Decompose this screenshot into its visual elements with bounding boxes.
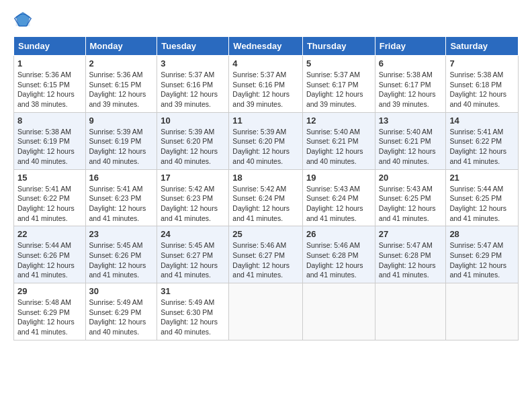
calendar-cell: 11Sunrise: 5:39 AMSunset: 6:20 PMDayligh…	[229, 112, 303, 169]
logo	[13, 11, 35, 30]
header	[13, 11, 519, 30]
day-info: Sunrise: 5:49 AMSunset: 6:29 PMDaylight:…	[89, 298, 146, 336]
day-info: Sunrise: 5:42 AMSunset: 6:23 PMDaylight:…	[161, 185, 218, 222]
day-number: 12	[306, 116, 371, 126]
day-info: Sunrise: 5:38 AMSunset: 6:19 PMDaylight:…	[17, 128, 75, 165]
day-number: 22	[17, 229, 82, 239]
day-number: 31	[161, 286, 225, 296]
calendar-cell: 25Sunrise: 5:46 AMSunset: 6:27 PMDayligh…	[229, 226, 303, 283]
calendar-cell: 28Sunrise: 5:47 AMSunset: 6:29 PMDayligh…	[446, 226, 519, 283]
day-info: Sunrise: 5:49 AMSunset: 6:30 PMDaylight:…	[161, 298, 218, 336]
day-info: Sunrise: 5:47 AMSunset: 6:28 PMDaylight:…	[379, 241, 436, 279]
calendar-cell: 14Sunrise: 5:41 AMSunset: 6:22 PMDayligh…	[446, 112, 519, 169]
calendar-cell	[302, 283, 375, 340]
calendar-cell: 24Sunrise: 5:45 AMSunset: 6:27 PMDayligh…	[157, 226, 229, 283]
day-info: Sunrise: 5:39 AMSunset: 6:20 PMDaylight:…	[232, 128, 290, 165]
calendar-cell: 17Sunrise: 5:42 AMSunset: 6:23 PMDayligh…	[157, 169, 229, 226]
day-number: 27	[379, 229, 443, 239]
day-info: Sunrise: 5:45 AMSunset: 6:27 PMDaylight:…	[161, 241, 218, 279]
weekday-header-saturday: Saturday	[446, 37, 519, 56]
day-info: Sunrise: 5:38 AMSunset: 6:17 PMDaylight:…	[379, 71, 436, 108]
day-info: Sunrise: 5:43 AMSunset: 6:24 PMDaylight:…	[306, 185, 363, 222]
day-number: 16	[89, 173, 154, 183]
calendar-cell: 6Sunrise: 5:38 AMSunset: 6:17 PMDaylight…	[375, 56, 446, 113]
weekday-header-tuesday: Tuesday	[157, 37, 229, 56]
calendar-week-2: 8Sunrise: 5:38 AMSunset: 6:19 PMDaylight…	[14, 112, 519, 169]
calendar-cell: 8Sunrise: 5:38 AMSunset: 6:19 PMDaylight…	[14, 112, 86, 169]
calendar-cell: 10Sunrise: 5:39 AMSunset: 6:20 PMDayligh…	[157, 112, 229, 169]
day-info: Sunrise: 5:41 AMSunset: 6:22 PMDaylight:…	[449, 128, 506, 165]
day-info: Sunrise: 5:44 AMSunset: 6:26 PMDaylight:…	[17, 241, 75, 279]
calendar-cell: 23Sunrise: 5:45 AMSunset: 6:26 PMDayligh…	[85, 226, 157, 283]
day-number: 17	[161, 173, 225, 183]
day-info: Sunrise: 5:37 AMSunset: 6:17 PMDaylight:…	[306, 71, 363, 108]
weekday-header-monday: Monday	[85, 37, 157, 56]
day-info: Sunrise: 5:47 AMSunset: 6:29 PMDaylight:…	[449, 241, 506, 279]
day-number: 10	[161, 116, 225, 126]
weekday-header-thursday: Thursday	[302, 37, 375, 56]
day-number: 21	[449, 173, 515, 183]
day-number: 5	[306, 58, 371, 68]
day-info: Sunrise: 5:37 AMSunset: 6:16 PMDaylight:…	[232, 71, 290, 108]
calendar-cell: 29Sunrise: 5:48 AMSunset: 6:29 PMDayligh…	[14, 283, 86, 340]
day-number: 26	[306, 229, 371, 239]
day-info: Sunrise: 5:39 AMSunset: 6:20 PMDaylight:…	[161, 128, 218, 165]
day-info: Sunrise: 5:42 AMSunset: 6:24 PMDaylight:…	[232, 185, 290, 222]
calendar-cell: 4Sunrise: 5:37 AMSunset: 6:16 PMDaylight…	[229, 56, 303, 113]
weekday-header-row: SundayMondayTuesdayWednesdayThursdayFrid…	[14, 37, 519, 56]
calendar-cell: 1Sunrise: 5:36 AMSunset: 6:15 PMDaylight…	[14, 56, 86, 113]
calendar-cell	[446, 283, 519, 340]
day-number: 18	[232, 173, 299, 183]
calendar-cell: 12Sunrise: 5:40 AMSunset: 6:21 PMDayligh…	[302, 112, 375, 169]
day-number: 28	[449, 229, 515, 239]
day-number: 23	[89, 229, 154, 239]
calendar-cell: 2Sunrise: 5:36 AMSunset: 6:15 PMDaylight…	[85, 56, 157, 113]
day-info: Sunrise: 5:37 AMSunset: 6:16 PMDaylight:…	[161, 71, 218, 108]
day-number: 1	[17, 58, 82, 68]
calendar-cell: 30Sunrise: 5:49 AMSunset: 6:29 PMDayligh…	[85, 283, 157, 340]
page: SundayMondayTuesdayWednesdayThursdayFrid…	[0, 0, 532, 411]
day-info: Sunrise: 5:38 AMSunset: 6:18 PMDaylight:…	[449, 71, 506, 108]
day-number: 7	[449, 58, 515, 68]
day-number: 30	[89, 286, 154, 296]
calendar-cell: 31Sunrise: 5:49 AMSunset: 6:30 PMDayligh…	[157, 283, 229, 340]
day-info: Sunrise: 5:36 AMSunset: 6:15 PMDaylight:…	[89, 71, 146, 108]
day-info: Sunrise: 5:43 AMSunset: 6:25 PMDaylight:…	[379, 185, 436, 222]
day-number: 20	[379, 173, 443, 183]
calendar-week-3: 15Sunrise: 5:41 AMSunset: 6:22 PMDayligh…	[14, 169, 519, 226]
calendar-cell: 20Sunrise: 5:43 AMSunset: 6:25 PMDayligh…	[375, 169, 446, 226]
day-number: 25	[232, 229, 299, 239]
calendar-cell: 3Sunrise: 5:37 AMSunset: 6:16 PMDaylight…	[157, 56, 229, 113]
weekday-header-friday: Friday	[375, 37, 446, 56]
day-number: 11	[232, 116, 299, 126]
day-number: 14	[449, 116, 515, 126]
weekday-header-wednesday: Wednesday	[229, 37, 303, 56]
day-info: Sunrise: 5:45 AMSunset: 6:26 PMDaylight:…	[89, 241, 146, 279]
day-number: 13	[379, 116, 443, 126]
day-number: 29	[17, 286, 82, 296]
day-info: Sunrise: 5:36 AMSunset: 6:15 PMDaylight:…	[17, 71, 75, 108]
logo-icon	[13, 11, 32, 30]
calendar-cell	[229, 283, 303, 340]
calendar-cell: 19Sunrise: 5:43 AMSunset: 6:24 PMDayligh…	[302, 169, 375, 226]
calendar-cell: 22Sunrise: 5:44 AMSunset: 6:26 PMDayligh…	[14, 226, 86, 283]
day-number: 24	[161, 229, 225, 239]
calendar-cell: 21Sunrise: 5:44 AMSunset: 6:25 PMDayligh…	[446, 169, 519, 226]
weekday-header-sunday: Sunday	[14, 37, 86, 56]
calendar-cell: 5Sunrise: 5:37 AMSunset: 6:17 PMDaylight…	[302, 56, 375, 113]
calendar-cell: 7Sunrise: 5:38 AMSunset: 6:18 PMDaylight…	[446, 56, 519, 113]
calendar-week-1: 1Sunrise: 5:36 AMSunset: 6:15 PMDaylight…	[14, 56, 519, 113]
day-info: Sunrise: 5:48 AMSunset: 6:29 PMDaylight:…	[17, 298, 75, 336]
day-number: 9	[89, 116, 154, 126]
day-info: Sunrise: 5:40 AMSunset: 6:21 PMDaylight:…	[306, 128, 363, 165]
day-number: 8	[17, 116, 82, 126]
day-info: Sunrise: 5:40 AMSunset: 6:21 PMDaylight:…	[379, 128, 436, 165]
day-number: 4	[232, 58, 299, 68]
calendar-cell: 26Sunrise: 5:46 AMSunset: 6:28 PMDayligh…	[302, 226, 375, 283]
calendar-cell: 9Sunrise: 5:39 AMSunset: 6:19 PMDaylight…	[85, 112, 157, 169]
calendar-cell: 27Sunrise: 5:47 AMSunset: 6:28 PMDayligh…	[375, 226, 446, 283]
calendar-cell: 18Sunrise: 5:42 AMSunset: 6:24 PMDayligh…	[229, 169, 303, 226]
calendar-cell: 15Sunrise: 5:41 AMSunset: 6:22 PMDayligh…	[14, 169, 86, 226]
day-info: Sunrise: 5:41 AMSunset: 6:22 PMDaylight:…	[17, 185, 75, 222]
calendar-week-4: 22Sunrise: 5:44 AMSunset: 6:26 PMDayligh…	[14, 226, 519, 283]
